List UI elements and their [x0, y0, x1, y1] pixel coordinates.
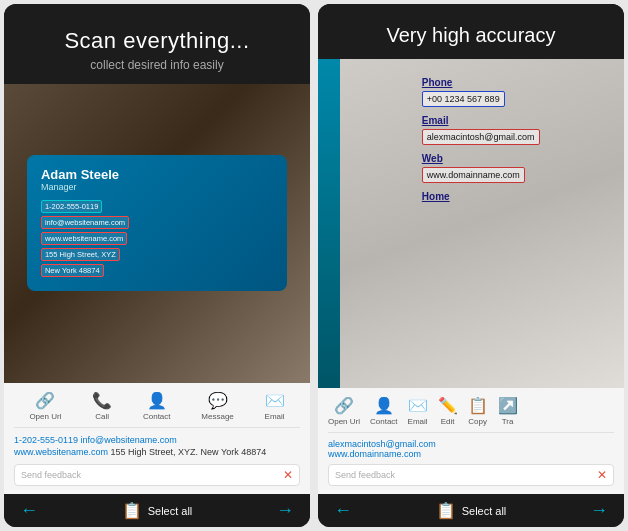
select-all-label: Select all	[148, 505, 193, 517]
back-button[interactable]: ←	[20, 500, 38, 521]
left-main-title: Scan everything...	[20, 28, 294, 54]
right-action-edit[interactable]: ✏️ Edit	[438, 396, 458, 426]
left-info-email[interactable]: info@websitename.com	[81, 435, 177, 445]
phone-value: +00 1234 567 889	[422, 91, 505, 107]
right-translate-icon: ↗️	[498, 396, 518, 415]
contact-icon: 👤	[147, 391, 167, 410]
right-panel: Very high accuracy Phone +00 1234 567 88…	[318, 4, 624, 527]
card-name: Adam Steele	[41, 167, 273, 182]
action-call[interactable]: 📞 Call	[92, 391, 112, 421]
action-open-url[interactable]: 🔗 Open Url	[29, 391, 61, 421]
right-back-button[interactable]: ←	[334, 500, 352, 521]
left-info-text: 1-202-555-0119 info@websitename.com www.…	[14, 434, 300, 459]
select-all-button[interactable]: 📋 Select all	[122, 501, 193, 520]
right-feedback-close[interactable]: ✕	[597, 468, 607, 482]
email-scan-value: alexmacintosh@gmail.com	[422, 129, 540, 145]
left-info-phone[interactable]: 1-202-555-0119	[14, 435, 81, 445]
left-feedback-placeholder[interactable]: Send feedback	[21, 470, 283, 480]
web-field-group: Web www.domainname.com	[422, 153, 606, 183]
right-action-translate[interactable]: ↗️ Tra	[498, 396, 518, 426]
contact-label: Contact	[143, 412, 171, 421]
email-icon: ✉️	[265, 391, 285, 410]
right-edit-icon: ✏️	[438, 396, 458, 415]
right-action-open-url[interactable]: 🔗 Open Url	[328, 396, 360, 426]
open-url-label: Open Url	[29, 412, 61, 421]
right-open-url-label: Open Url	[328, 417, 360, 426]
clipboard-icon: 📋	[122, 501, 142, 520]
right-forward-button[interactable]: →	[590, 500, 608, 521]
call-label: Call	[95, 412, 109, 421]
phone-icon: 📞	[92, 391, 112, 410]
right-info-email[interactable]: alexmacintosh@gmail.com	[328, 439, 614, 449]
right-info-web[interactable]: www.domainname.com	[328, 449, 614, 459]
email-scan-label: Email	[422, 115, 606, 126]
right-action-copy[interactable]: 📋 Copy	[468, 396, 488, 426]
left-action-bar: 🔗 Open Url 📞 Call 👤 Contact 💬 Message ✉️…	[14, 391, 300, 428]
card-phone-value: 1-202-555-0119	[41, 200, 102, 213]
left-panel: Scan everything... collect desired info …	[4, 4, 310, 527]
teal-strip	[318, 59, 340, 388]
action-email[interactable]: ✉️ Email	[265, 391, 285, 421]
left-feedback-row: Send feedback ✕	[14, 464, 300, 486]
message-label: Message	[201, 412, 233, 421]
phone-field-group: Phone +00 1234 567 889	[422, 77, 606, 107]
right-action-bar: 🔗 Open Url 👤 Contact ✉️ Email ✏️ Edit 📋 …	[328, 396, 614, 433]
right-scan-area: Phone +00 1234 567 889 Email alexmacinto…	[318, 59, 624, 388]
right-select-all-label: Select all	[462, 505, 507, 517]
right-copy-label: Copy	[468, 417, 487, 426]
right-action-contact[interactable]: 👤 Contact	[370, 396, 398, 426]
action-contact[interactable]: 👤 Contact	[143, 391, 171, 421]
email-field-group: Email alexmacintosh@gmail.com	[422, 115, 606, 145]
right-bottom: 🔗 Open Url 👤 Contact ✉️ Email ✏️ Edit 📋 …	[318, 388, 624, 494]
card-address-value: 155 High Street, XYZ	[41, 248, 120, 261]
right-main-title: Very high accuracy	[334, 24, 608, 47]
right-select-all-button[interactable]: 📋 Select all	[436, 501, 507, 520]
right-contact-label: Contact	[370, 417, 398, 426]
right-copy-icon: 📋	[468, 396, 488, 415]
right-feedback-row: Send feedback ✕	[328, 464, 614, 486]
scan-background: Phone +00 1234 567 889 Email alexmacinto…	[318, 59, 624, 388]
email-label: Email	[265, 412, 285, 421]
card-web: www.websitename.com	[41, 232, 273, 245]
right-action-email[interactable]: ✉️ Email	[408, 396, 428, 426]
right-feedback-placeholder[interactable]: Send feedback	[335, 470, 597, 480]
card-email: info@websitename.com	[41, 216, 273, 229]
left-header: Scan everything... collect desired info …	[4, 4, 310, 84]
card-role: Manager	[41, 182, 273, 192]
home-field-group: Home	[422, 191, 606, 202]
card-address2: New York 48874	[41, 264, 273, 277]
left-feedback-close[interactable]: ✕	[283, 468, 293, 482]
right-translate-label: Tra	[502, 417, 514, 426]
right-header: Very high accuracy	[318, 4, 624, 59]
scan-content: Phone +00 1234 567 889 Email alexmacinto…	[414, 69, 614, 218]
left-info-web[interactable]: www.websitename.com	[14, 447, 108, 457]
right-email-icon: ✉️	[408, 396, 428, 415]
right-bottom-bar: ← 📋 Select all →	[318, 494, 624, 527]
card-city-value: New York 48874	[41, 264, 104, 277]
web-scan-value: www.domainname.com	[422, 167, 525, 183]
home-scan-label: Home	[422, 191, 606, 202]
phone-label: Phone	[422, 77, 606, 88]
message-icon: 💬	[208, 391, 228, 410]
left-bottom: 🔗 Open Url 📞 Call 👤 Contact 💬 Message ✉️…	[4, 383, 310, 494]
business-card-bg: Adam Steele Manager 1-202-555-0119 info@…	[4, 84, 310, 383]
web-scan-label: Web	[422, 153, 606, 164]
action-message[interactable]: 💬 Message	[201, 391, 233, 421]
card-address: 155 High Street, XYZ	[41, 248, 273, 261]
left-sub-title: collect desired info easily	[20, 58, 294, 72]
left-bottom-bar: ← 📋 Select all →	[4, 494, 310, 527]
right-info-text: alexmacintosh@gmail.com www.domainname.c…	[328, 439, 614, 459]
right-clipboard-icon: 📋	[436, 501, 456, 520]
left-card-area: Adam Steele Manager 1-202-555-0119 info@…	[4, 84, 310, 383]
left-info-address: 155 High Street, XYZ. New York 48874	[111, 447, 267, 457]
forward-button[interactable]: →	[276, 500, 294, 521]
link-icon: 🔗	[35, 391, 55, 410]
right-link-icon: 🔗	[334, 396, 354, 415]
right-edit-label: Edit	[441, 417, 455, 426]
card-web-value: www.websitename.com	[41, 232, 127, 245]
right-email-label: Email	[408, 417, 428, 426]
business-card: Adam Steele Manager 1-202-555-0119 info@…	[27, 155, 287, 291]
card-email-value: info@websitename.com	[41, 216, 129, 229]
right-contact-icon: 👤	[374, 396, 394, 415]
card-phone: 1-202-555-0119	[41, 200, 273, 213]
